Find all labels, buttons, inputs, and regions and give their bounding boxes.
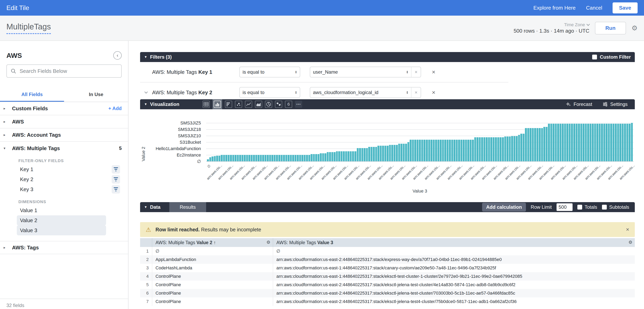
row-limit-input[interactable] <box>556 203 572 211</box>
chart-bar[interactable] <box>382 146 384 161</box>
table-cell-value3[interactable]: arn:aws:cloudformation:us-east-1:4486402… <box>273 272 635 280</box>
chart-bar[interactable] <box>518 135 520 161</box>
chart-bar[interactable] <box>592 124 594 161</box>
table-cell-value3[interactable]: arn:aws:cloudformation:us-east-2:4486402… <box>273 280 635 289</box>
chart-bar[interactable] <box>340 151 342 161</box>
chart-bar[interactable] <box>463 140 465 161</box>
chart-bar[interactable] <box>371 147 373 161</box>
chart-bar[interactable] <box>608 124 610 161</box>
chart-bar[interactable] <box>562 124 564 161</box>
chart-bar[interactable] <box>234 155 236 161</box>
chart-bar[interactable] <box>267 155 269 161</box>
sidebar-item-aws[interactable]: ▸ AWS <box>0 115 128 128</box>
chart-bar[interactable] <box>366 148 368 161</box>
chart-bar[interactable] <box>444 140 446 161</box>
field-value-3[interactable]: Value 3 <box>17 225 106 235</box>
chart-bar[interactable] <box>628 124 630 161</box>
chart-bar[interactable] <box>536 128 538 161</box>
filters-section-header[interactable]: ▼ Filters (3) Custom Filter <box>140 52 635 62</box>
tab-all-fields[interactable]: All Fields <box>0 89 64 102</box>
chart-bar[interactable] <box>447 140 449 161</box>
chart-bar[interactable] <box>417 140 419 161</box>
chart-bar[interactable] <box>532 128 534 161</box>
chart-bar[interactable] <box>327 152 329 161</box>
chart-bar[interactable] <box>283 155 285 161</box>
chart-bar[interactable] <box>230 155 232 161</box>
chart-bar[interactable] <box>248 155 250 161</box>
chart-bar[interactable] <box>408 142 410 161</box>
chart-bar[interactable] <box>332 152 334 161</box>
chart-bar[interactable] <box>216 156 218 161</box>
column-gear-icon[interactable]: ⚙ <box>266 240 270 245</box>
chart-bar[interactable] <box>348 151 350 161</box>
chart-bar[interactable] <box>527 128 529 161</box>
data-section-header[interactable]: ▼ Data Results Add calculation Row Limit… <box>140 202 635 212</box>
explore-from-here-link[interactable]: Explore from Here <box>533 5 576 11</box>
chart-bar[interactable] <box>380 146 382 161</box>
subtotals-checkbox[interactable] <box>602 205 607 210</box>
chart-bar[interactable] <box>294 155 296 161</box>
expand-arrow-icon[interactable]: ▸ <box>4 120 9 124</box>
chart-bar[interactable] <box>631 123 633 161</box>
chart-bar[interactable] <box>338 151 340 161</box>
collapse-arrow-icon[interactable]: ▼ <box>144 102 147 106</box>
filter-icon[interactable] <box>112 185 120 194</box>
chart-bar[interactable] <box>555 124 557 161</box>
chart-bar[interactable] <box>320 153 322 161</box>
chart-bar[interactable] <box>394 145 396 161</box>
field-key-1[interactable]: Key 1 <box>17 164 122 174</box>
chart-bar[interactable] <box>286 155 288 161</box>
filter-value-select[interactable]: aws_cloudformation_logical_id ▲▼ <box>310 88 411 98</box>
sidebar-item-aws-tags[interactable]: ▸ AWS: Tags <box>0 241 128 254</box>
table-cell-value2[interactable]: ControlPlane <box>152 289 273 298</box>
chart-bar[interactable] <box>368 147 370 161</box>
filter-icon[interactable] <box>112 165 120 174</box>
chart-bar[interactable] <box>552 124 554 161</box>
custom-filter-checkbox[interactable] <box>592 55 597 60</box>
table-cell-value2[interactable]: ∅ <box>152 247 273 255</box>
chart-bar[interactable] <box>396 145 398 161</box>
chart-bar[interactable] <box>440 140 442 161</box>
chart-bar[interactable] <box>509 136 511 161</box>
chart-bar[interactable] <box>400 144 402 161</box>
chart-bar[interactable] <box>207 159 209 161</box>
chart-bar[interactable] <box>493 137 495 161</box>
chart-bar[interactable] <box>343 151 345 161</box>
chart-bar[interactable] <box>324 153 326 161</box>
chart-bar[interactable] <box>424 140 426 161</box>
chart-bar[interactable] <box>412 140 414 161</box>
viz-pie-chart-icon[interactable] <box>265 101 272 108</box>
chart-bar[interactable] <box>264 155 266 161</box>
chart-bar[interactable] <box>299 155 301 161</box>
tab-in-use[interactable]: In Use <box>64 89 128 102</box>
chart-bar[interactable] <box>504 136 506 161</box>
chart-bar[interactable] <box>476 137 478 161</box>
chart-bar[interactable] <box>391 145 393 161</box>
query-title[interactable]: MultipleTags <box>6 22 51 34</box>
chart-bar[interactable] <box>470 140 472 161</box>
table-cell-value2[interactable]: AppLambdaFunction <box>152 255 273 264</box>
chart-bar[interactable] <box>212 156 214 161</box>
chevron-down-icon[interactable] <box>144 90 148 94</box>
filter-icon[interactable] <box>112 175 120 184</box>
chart-bar[interactable] <box>488 137 490 161</box>
chart-bar[interactable] <box>626 124 628 161</box>
chart-bar[interactable] <box>315 154 317 161</box>
chart-bar[interactable] <box>599 124 601 161</box>
chart-bar[interactable] <box>308 155 310 161</box>
chart-bar[interactable] <box>523 134 525 161</box>
chart-bar[interactable] <box>255 155 257 161</box>
chart-bar[interactable] <box>414 140 416 161</box>
chart-bar[interactable] <box>398 144 400 161</box>
chart-bar[interactable] <box>288 155 290 161</box>
chart-bar[interactable] <box>500 137 502 161</box>
chart-bar[interactable] <box>467 140 469 161</box>
chart-bar[interactable] <box>242 155 244 161</box>
add-custom-field-button[interactable]: + Add <box>108 106 122 111</box>
chart-bar[interactable] <box>620 124 622 161</box>
chart-bar[interactable] <box>438 140 440 161</box>
chart-bar[interactable] <box>384 146 386 161</box>
table-cell-value3[interactable]: ∅ <box>273 247 635 255</box>
save-button[interactable]: Save <box>612 2 638 14</box>
chart-bar[interactable] <box>306 155 308 161</box>
